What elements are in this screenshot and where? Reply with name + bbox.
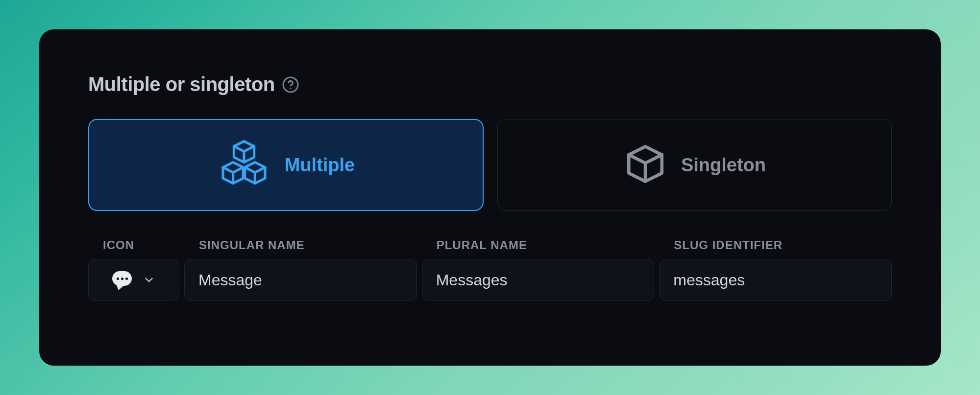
help-icon[interactable] xyxy=(282,76,299,93)
section-title: Multiple or singleton xyxy=(88,73,275,95)
slug-identifier-input[interactable] xyxy=(659,259,892,301)
slug-field-label: SLUG IDENTIFIER xyxy=(674,238,892,252)
chevron-down-icon xyxy=(143,274,155,286)
option-singleton-label: Singleton xyxy=(681,155,766,176)
option-multiple[interactable]: Multiple xyxy=(88,119,484,211)
singular-name-input[interactable] xyxy=(184,259,417,301)
cubes-icon xyxy=(217,137,271,193)
option-multiple-label: Multiple xyxy=(285,155,355,176)
plural-name-input[interactable] xyxy=(422,259,655,301)
fields-row: ICON SINGULAR NAME PLURAL NAME xyxy=(88,238,892,301)
option-singleton[interactable]: Singleton xyxy=(497,119,892,211)
plural-field-block: PLURAL NAME xyxy=(422,238,655,301)
cube-icon xyxy=(623,142,667,188)
section-title-row: Multiple or singleton xyxy=(88,73,892,95)
plural-field-label: PLURAL NAME xyxy=(437,238,655,252)
singular-field-label: SINGULAR NAME xyxy=(199,238,417,252)
icon-field-block: ICON xyxy=(88,238,179,301)
icon-select[interactable] xyxy=(88,259,179,301)
singular-field-block: SINGULAR NAME xyxy=(184,238,417,301)
model-type-card: Multiple or singleton xyxy=(39,29,941,366)
speech-bubble-icon xyxy=(112,271,132,289)
slug-field-block: SLUG IDENTIFIER xyxy=(659,238,892,301)
icon-field-label: ICON xyxy=(103,238,179,252)
instance-type-options: Multiple Singleton xyxy=(88,119,892,211)
